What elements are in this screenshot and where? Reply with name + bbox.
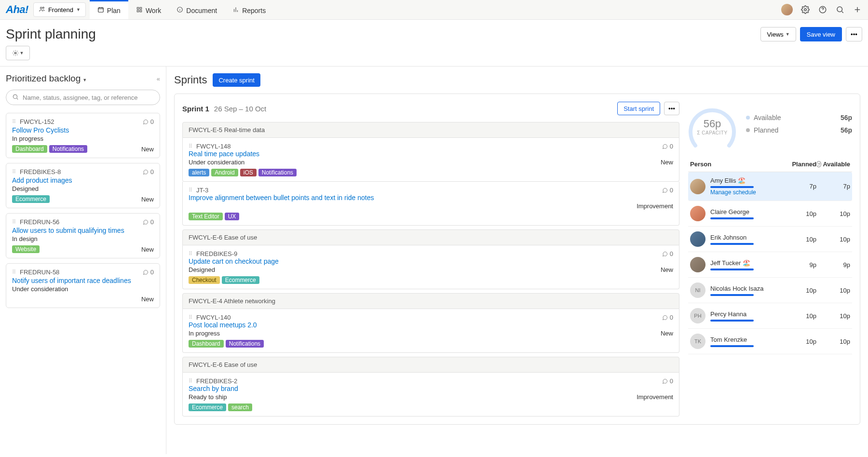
comment-count[interactable]: 0 xyxy=(662,314,673,321)
backlog-search[interactable] xyxy=(6,90,160,105)
collapse-sidebar-icon[interactable]: « xyxy=(157,75,160,82)
drag-handle-icon[interactable]: ⠿ xyxy=(189,251,192,257)
tag: Android xyxy=(211,169,238,176)
story-title[interactable]: Search by brand xyxy=(189,385,673,392)
tab-plan[interactable]: Plan xyxy=(90,0,128,19)
story-tags: Ecommercesearch xyxy=(189,403,252,411)
drag-handle-icon[interactable]: ⠿ xyxy=(12,119,16,125)
tab-document[interactable]: Document xyxy=(169,0,225,19)
comment-count[interactable]: 0 xyxy=(143,168,154,175)
card-title[interactable]: Notify users of important race deadlines xyxy=(12,277,154,284)
story-card[interactable]: ⠿ FWCYL-140 0 Post local meetups 2.0 In … xyxy=(182,309,679,353)
backlog-card[interactable]: ⠿ FREDRUN-56 0 Allow users to submit qua… xyxy=(6,213,160,258)
card-title[interactable]: Allow users to submit qualifying times xyxy=(12,227,154,234)
person-row[interactable]: Amy Ellis 🏖️ Manage schedule 7p 7p xyxy=(688,172,852,201)
person-row[interactable]: Jeff Tucker 🏖️ 9p 9p xyxy=(688,252,852,278)
story-card[interactable]: ⠿ FWCYL-148 0 Real time pace updates Und… xyxy=(182,138,679,182)
comment-count[interactable]: 0 xyxy=(662,250,673,257)
tag: Dashboard xyxy=(189,340,224,348)
save-view-button[interactable]: Save view xyxy=(800,27,842,41)
backlog-card[interactable]: ⠿ FREDRUN-58 0 Notify users of important… xyxy=(6,263,160,308)
backlog-title-label: Prioritized backlog xyxy=(6,73,81,84)
card-status: Under consideration xyxy=(12,285,154,293)
create-sprint-button[interactable]: Create sprint xyxy=(213,73,260,87)
settings-icon[interactable] xyxy=(800,5,810,14)
drag-handle-icon[interactable]: ⠿ xyxy=(189,378,192,384)
tag: Text Editor xyxy=(189,213,223,220)
person-name: Amy Ellis 🏖️ xyxy=(710,177,783,184)
drag-handle-icon[interactable]: ⠿ xyxy=(12,169,16,175)
backlog-card[interactable]: ⠿ FREDBIKES-8 0 Add product images Desig… xyxy=(6,163,160,208)
story-right-status: New xyxy=(661,266,673,273)
person-row[interactable]: Erik Johnson 10p 10p xyxy=(688,227,852,252)
card-title[interactable]: Follow Pro Cyclists xyxy=(12,126,154,134)
aha-logo[interactable]: Aha! xyxy=(6,3,28,16)
story-card[interactable]: ⠿ FREDBIKES-2 0 Search by brand Ready to… xyxy=(182,373,679,417)
card-title[interactable]: Add product images xyxy=(12,176,154,184)
drag-handle-icon[interactable]: ⠿ xyxy=(12,219,16,225)
story-card[interactable]: ⠿ JT-3 0 Improve alignment between bulle… xyxy=(182,182,679,226)
caret-down-icon: ▼ xyxy=(786,32,790,37)
story-card[interactable]: ⠿ FREDBIKES-9 0 Update cart on checkout … xyxy=(182,245,679,289)
drag-handle-icon[interactable]: ⠿ xyxy=(12,269,16,275)
team-dropdown[interactable]: Frontend ▼ xyxy=(33,2,86,17)
comment-count[interactable]: 0 xyxy=(662,377,673,385)
person-row[interactable]: TK Tom Krenzke 10p 10p xyxy=(688,329,852,354)
views-dropdown[interactable]: Views ▼ xyxy=(760,27,796,41)
story-title[interactable]: Update cart on checkout page xyxy=(189,257,673,265)
main: Prioritized backlog ▼ « ⠿ FWCYL-152 0 Fo… xyxy=(0,66,868,454)
comment-count[interactable]: 0 xyxy=(662,143,673,150)
story-title[interactable]: Real time pace updates xyxy=(189,150,673,158)
add-icon[interactable] xyxy=(853,5,862,14)
story-id: FREDBIKES-2 xyxy=(196,377,237,385)
views-label: Views xyxy=(767,31,783,38)
manage-schedule-link[interactable]: Manage schedule xyxy=(710,189,783,196)
comment-count[interactable]: 0 xyxy=(662,187,673,194)
page-more-button[interactable]: ••• xyxy=(846,27,862,41)
card-right-status: New xyxy=(141,196,154,203)
person-avatar xyxy=(690,257,705,272)
start-sprint-button[interactable]: Start sprint xyxy=(617,102,660,115)
capacity-panel: 56p Σ CAPACITY Available 56p Planned 56p… xyxy=(688,102,852,417)
tab-reports[interactable]: Reports xyxy=(225,0,273,19)
search-icon[interactable] xyxy=(835,5,845,14)
comment-icon xyxy=(143,219,149,225)
ellipsis-icon: ••• xyxy=(668,105,675,112)
help-icon[interactable]: ? xyxy=(816,161,821,167)
backlog-search-input[interactable] xyxy=(23,94,154,101)
drag-handle-icon[interactable]: ⠿ xyxy=(189,314,192,321)
page-settings-button[interactable]: ▼ xyxy=(6,46,30,60)
person-row[interactable]: NI Nicolás Hock Isaza 10p 10p xyxy=(688,278,852,303)
comment-count[interactable]: 0 xyxy=(143,218,154,226)
epic-header[interactable]: FWCYL-E-6 Ease of use xyxy=(182,357,679,373)
epic-header[interactable]: FWCYL-E-4 Athlete networking xyxy=(182,293,679,309)
nav-label: Reports xyxy=(242,7,266,14)
story-tags: CheckoutEcommerce xyxy=(189,276,259,284)
tab-work[interactable]: Work xyxy=(128,0,169,19)
card-id: FREDRUN-56 xyxy=(20,218,59,226)
calendar-icon xyxy=(97,6,104,14)
person-row[interactable]: Claire George 10p 10p xyxy=(688,201,852,227)
person-name: Claire George xyxy=(710,208,783,215)
team-icon xyxy=(39,6,45,14)
user-avatar[interactable] xyxy=(781,4,793,15)
person-planned: 10p xyxy=(783,287,816,294)
sprint-more-button[interactable]: ••• xyxy=(664,102,679,115)
drag-handle-icon[interactable]: ⠿ xyxy=(189,187,192,193)
comment-count[interactable]: 0 xyxy=(143,269,154,276)
help-icon[interactable] xyxy=(818,5,827,14)
backlog-card[interactable]: ⠿ FWCYL-152 0 Follow Pro Cyclists In pro… xyxy=(6,113,160,158)
epic-header[interactable]: FWCYL-E-5 Real-time data xyxy=(182,122,679,138)
capacity-bar xyxy=(710,217,754,219)
backlog-title-dropdown[interactable]: Prioritized backlog ▼ xyxy=(6,73,157,84)
person-row[interactable]: PH Percy Hanna 10p 10p xyxy=(688,303,852,329)
capacity-bar xyxy=(710,243,754,245)
story-title[interactable]: Improve alignment between bullet points … xyxy=(189,194,673,202)
capacity-bar xyxy=(710,345,754,347)
card-status: In design xyxy=(12,235,154,242)
comment-count[interactable]: 0 xyxy=(143,118,154,125)
epic-header[interactable]: FWCYL-E-6 Ease of use xyxy=(182,229,679,245)
drag-handle-icon[interactable]: ⠿ xyxy=(189,143,192,149)
story-title[interactable]: Post local meetups 2.0 xyxy=(189,321,673,329)
person-available: 10p xyxy=(816,312,850,320)
